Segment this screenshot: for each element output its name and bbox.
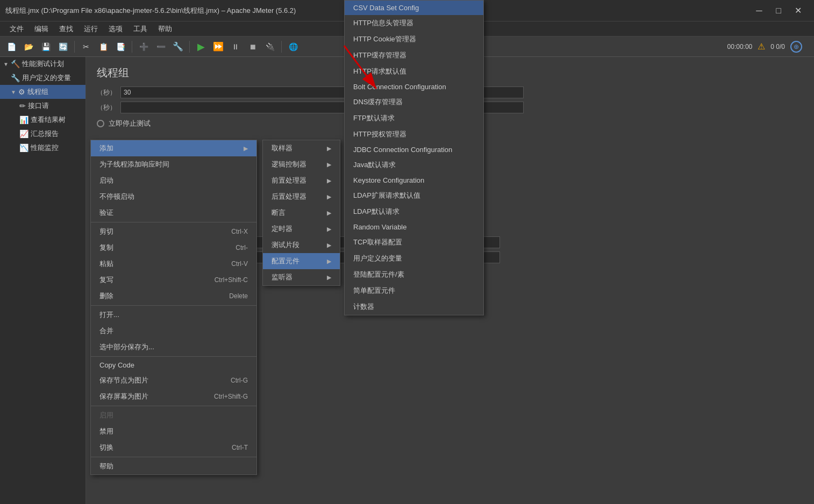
ctx-ldap-defaults[interactable]: LDAP默认请求	[345, 204, 483, 220]
menu-tools[interactable]: 工具	[128, 22, 153, 36]
ctx-open[interactable]: 打开...	[91, 307, 256, 323]
ctx-post-processor[interactable]: 后置处理器 ▶	[263, 189, 340, 205]
menu-run[interactable]: 运行	[78, 22, 103, 36]
ctx-toggle[interactable]: 切换 Ctrl-T	[91, 440, 256, 456]
ctx-random-variable[interactable]: Random Variable	[345, 220, 483, 234]
ctx-copy-code[interactable]: Copy Code	[91, 358, 256, 372]
ctx-simple-config[interactable]: 简单配置元件	[345, 283, 483, 299]
ctx-http-cache[interactable]: HTTP缓存管理器	[345, 47, 483, 63]
toolbar-run-fast[interactable]: ⏩	[210, 39, 226, 54]
ctx-ftp-defaults[interactable]: FTP默认请求	[345, 110, 483, 126]
ctx-help[interactable]: 帮助	[91, 458, 256, 474]
menu-find[interactable]: 查找	[54, 22, 78, 36]
toolbar-paste[interactable]: 📑	[112, 39, 128, 54]
ctx-merge[interactable]: 合并	[91, 323, 256, 339]
ctx-test-fragment[interactable]: 测试片段 ▶	[263, 237, 340, 253]
ctx-label: 配置元件	[272, 256, 299, 266]
ctx-csv-data-set[interactable]: CSV Data Set Config	[345, 1, 483, 15]
ctx-copy[interactable]: 复制 Ctrl-	[91, 240, 256, 256]
ctx-label: 启用	[99, 411, 113, 420]
menu-edit[interactable]: 编辑	[29, 22, 54, 36]
toolbar-sep-4	[281, 41, 282, 53]
close-button[interactable]: ✕	[790, 5, 805, 16]
menu-options[interactable]: 选项	[103, 22, 128, 36]
toolbar-run[interactable]: ▶	[193, 39, 209, 54]
ctx-java-defaults[interactable]: Java默认请求	[345, 157, 483, 173]
ctx-pre-processor[interactable]: 前置处理器 ▶	[263, 172, 340, 189]
status-globe-icon[interactable]: ⊕	[790, 41, 802, 53]
menu-file[interactable]: 文件	[4, 22, 29, 36]
ctx-counter[interactable]: 计数器	[345, 299, 483, 315]
ctx-ldap-ext[interactable]: LDAP扩展请求默认值	[345, 188, 483, 204]
toolbar-stop[interactable]: ⏹	[245, 39, 261, 54]
ctx-label: 合并	[99, 326, 113, 336]
ctx-shortcut: Ctrl+Shift-G	[214, 393, 248, 400]
ctx-disable[interactable]: 禁用	[91, 423, 256, 440]
ctx-start-no-pause[interactable]: 不停顿启动	[91, 189, 256, 205]
toolbar-pause[interactable]: ⏸	[227, 39, 244, 54]
toolbar-remove[interactable]: ➖	[153, 39, 169, 54]
minimize-button[interactable]: ─	[752, 5, 767, 16]
toolbar-sep-2	[132, 41, 132, 53]
ctx-label: 保存屏幕为图片	[99, 392, 148, 401]
ctx-config-element[interactable]: 配置元件 ▶	[263, 253, 340, 269]
ctx-save-node-img[interactable]: 保存节点为图片 Ctrl-G	[91, 372, 256, 388]
ctx-label: HTTP请求默认值	[353, 67, 406, 76]
ctx-save-partial[interactable]: 选中部分保存为...	[91, 339, 256, 355]
ctx-jdbc-connection[interactable]: JDBC Connection Configuration	[345, 142, 483, 157]
ctx-dns-cache[interactable]: DNS缓存管理器	[345, 94, 483, 110]
toolbar-add[interactable]: ➕	[135, 39, 152, 54]
ctx-keystore[interactable]: Keystore Configuration	[345, 173, 483, 188]
ctx-label: 监听器	[272, 272, 292, 282]
ctx-start[interactable]: 启动	[91, 172, 256, 189]
ctx-duplicate[interactable]: 复写 Ctrl+Shift-C	[91, 272, 256, 288]
ctx-add[interactable]: 添加 ▶	[91, 140, 256, 156]
ctx-http-cookie[interactable]: HTTP Cookie管理器	[345, 31, 483, 47]
ctx-tcp-config[interactable]: TCP取样器配置	[345, 234, 483, 250]
ctx-http-defaults[interactable]: HTTP请求默认值	[345, 63, 483, 80]
ctx-logic-ctrl[interactable]: 逻辑控制器 ▶	[263, 156, 340, 172]
toolbar-copy[interactable]: 📋	[95, 39, 111, 54]
ctx-validate[interactable]: 验证	[91, 205, 256, 221]
tree-expand-arrow-2: ▼	[11, 89, 16, 95]
ctx-save-screen-img[interactable]: 保存屏幕为图片 Ctrl+Shift-G	[91, 388, 256, 405]
toolbar-global[interactable]: 🌐	[285, 39, 301, 54]
maximize-button[interactable]: □	[771, 5, 786, 16]
ctx-http-auth[interactable]: HTTP授权管理器	[345, 126, 483, 142]
ctx-label: 切换	[99, 443, 113, 452]
ctx-login-config[interactable]: 登陆配置元件/素	[345, 267, 483, 283]
ctx-shortcut: Ctrl-X	[231, 228, 248, 235]
stop-test-radio[interactable]	[97, 120, 104, 127]
toolbar-remote[interactable]: 🔌	[262, 39, 278, 54]
ctx-label: 登陆配置元件/素	[353, 270, 404, 279]
ctx-add-response-time[interactable]: 为子线程添加响应时间	[91, 156, 256, 172]
tree-item-request[interactable]: ✏ 接口请	[0, 99, 85, 113]
tree-item-results[interactable]: 📊 查看结果树	[0, 113, 85, 127]
tree-item-monitor[interactable]: 📉 性能监控	[0, 141, 85, 155]
ctx-user-vars[interactable]: 用户定义的变量	[345, 250, 483, 267]
tree-item-plan[interactable]: ▼ 🔨 性能测试计划	[0, 57, 85, 71]
ctx-timer[interactable]: 定时器 ▶	[263, 221, 340, 237]
toolbar-save[interactable]: 💾	[38, 39, 54, 54]
toolbar-open[interactable]: 📂	[20, 39, 37, 54]
ctx-bolt-connection[interactable]: Bolt Connection Configuration	[345, 80, 483, 94]
ctx-sampler[interactable]: 取样器 ▶	[263, 140, 340, 156]
ctx-assertion[interactable]: 断言 ▶	[263, 205, 340, 221]
toolbar-revert[interactable]: 🔄	[55, 39, 71, 54]
tree-item-summary[interactable]: 📈 汇总报告	[0, 127, 85, 141]
ctx-enable: 启用	[91, 407, 256, 423]
ctx-cut[interactable]: 剪切 Ctrl-X	[91, 224, 256, 240]
toolbar-new[interactable]: 📄	[3, 39, 19, 54]
monitor-icon: 📉	[19, 143, 28, 152]
ctx-label: Bolt Connection Configuration	[353, 83, 446, 91]
ctx-http-header[interactable]: HTTP信息头管理器	[345, 15, 483, 31]
toolbar-cut[interactable]: ✂	[78, 39, 94, 54]
menu-help[interactable]: 帮助	[153, 22, 177, 36]
tree-item-threadgroup[interactable]: ▼ ⚙ 线程组	[0, 85, 85, 99]
toolbar-settings[interactable]: 🔧	[170, 39, 186, 54]
ctx-listener[interactable]: 监听器 ▶	[263, 269, 340, 285]
ctx-shortcut: Ctrl-T	[232, 444, 248, 451]
tree-item-variables[interactable]: 🔧 用户定义的变量	[0, 71, 85, 85]
ctx-delete[interactable]: 删除 Delete	[91, 288, 256, 304]
ctx-paste[interactable]: 粘贴 Ctrl-V	[91, 256, 256, 272]
